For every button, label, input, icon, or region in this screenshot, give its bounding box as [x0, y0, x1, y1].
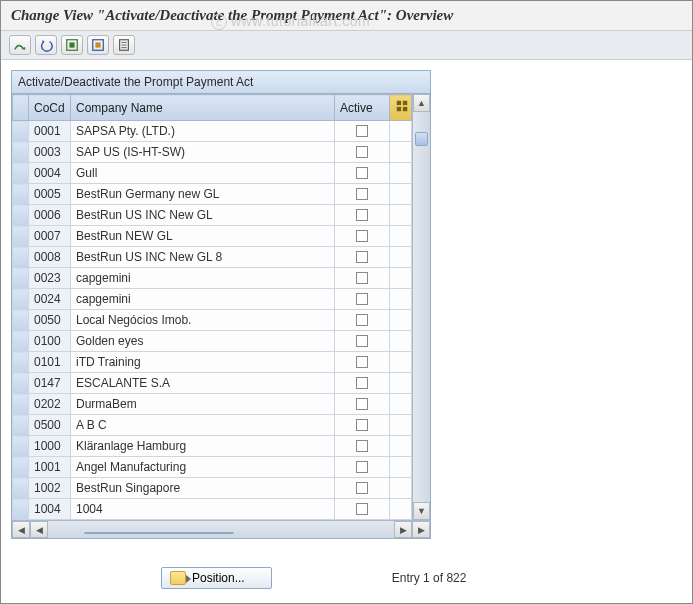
- cell-name[interactable]: ESCALANTE S.A: [71, 373, 335, 394]
- table-row[interactable]: 0004Gull: [13, 163, 412, 184]
- cell-active[interactable]: [335, 226, 390, 247]
- cell-active[interactable]: [335, 289, 390, 310]
- scroll-right2-button[interactable]: ▶: [394, 521, 412, 538]
- cell-name[interactable]: Gull: [71, 163, 335, 184]
- undo-button[interactable]: [35, 35, 57, 55]
- col-header-name[interactable]: Company Name: [71, 95, 335, 121]
- row-selector[interactable]: [13, 478, 29, 499]
- cell-active[interactable]: [335, 268, 390, 289]
- table-row[interactable]: 0001SAPSA Pty. (LTD.): [13, 121, 412, 142]
- checkbox-icon[interactable]: [356, 335, 368, 347]
- checkbox-icon[interactable]: [356, 419, 368, 431]
- cell-active[interactable]: [335, 310, 390, 331]
- table-row[interactable]: 10041004: [13, 499, 412, 520]
- cell-name[interactable]: capgemini: [71, 268, 335, 289]
- scroll-left2-button[interactable]: ◀: [30, 521, 48, 538]
- checkbox-icon[interactable]: [356, 461, 368, 473]
- cell-cocd[interactable]: 0005: [29, 184, 71, 205]
- row-selector[interactable]: [13, 226, 29, 247]
- checkbox-icon[interactable]: [356, 314, 368, 326]
- cell-cocd[interactable]: 0008: [29, 247, 71, 268]
- cell-active[interactable]: [335, 478, 390, 499]
- cell-name[interactable]: BestRun Germany new GL: [71, 184, 335, 205]
- scroll-up-button[interactable]: ▲: [413, 94, 430, 112]
- col-header-cocd[interactable]: CoCd: [29, 95, 71, 121]
- checkbox-icon[interactable]: [356, 482, 368, 494]
- checkbox-icon[interactable]: [356, 251, 368, 263]
- row-selector[interactable]: [13, 394, 29, 415]
- checkbox-icon[interactable]: [356, 230, 368, 242]
- row-selector[interactable]: [13, 499, 29, 520]
- row-selector[interactable]: [13, 331, 29, 352]
- cell-active[interactable]: [335, 247, 390, 268]
- deselect-all-button[interactable]: [87, 35, 109, 55]
- row-selector[interactable]: [13, 457, 29, 478]
- table-row[interactable]: 0003SAP US (IS-HT-SW): [13, 142, 412, 163]
- cell-name[interactable]: Kläranlage Hamburg: [71, 436, 335, 457]
- cell-cocd[interactable]: 0500: [29, 415, 71, 436]
- cell-active[interactable]: [335, 142, 390, 163]
- cell-cocd[interactable]: 1004: [29, 499, 71, 520]
- row-selector[interactable]: [13, 121, 29, 142]
- table-row[interactable]: 0023capgemini: [13, 268, 412, 289]
- row-selector[interactable]: [13, 184, 29, 205]
- cell-name[interactable]: SAP US (IS-HT-SW): [71, 142, 335, 163]
- cell-name[interactable]: capgemini: [71, 289, 335, 310]
- cell-active[interactable]: [335, 205, 390, 226]
- row-selector[interactable]: [13, 142, 29, 163]
- cell-cocd[interactable]: 1002: [29, 478, 71, 499]
- cell-cocd[interactable]: 0006: [29, 205, 71, 226]
- checkbox-icon[interactable]: [356, 272, 368, 284]
- row-selector[interactable]: [13, 352, 29, 373]
- cell-name[interactable]: BestRun NEW GL: [71, 226, 335, 247]
- cell-name[interactable]: Golden eyes: [71, 331, 335, 352]
- cell-cocd[interactable]: 0050: [29, 310, 71, 331]
- cell-cocd[interactable]: 0100: [29, 331, 71, 352]
- col-settings-icon[interactable]: [390, 95, 412, 121]
- cell-name[interactable]: Local Negócios Imob.: [71, 310, 335, 331]
- table-row[interactable]: 0100Golden eyes: [13, 331, 412, 352]
- table-row[interactable]: 0050Local Negócios Imob.: [13, 310, 412, 331]
- row-selector[interactable]: [13, 310, 29, 331]
- hscroll-thumb[interactable]: [84, 532, 234, 534]
- cell-cocd[interactable]: 0101: [29, 352, 71, 373]
- cell-name[interactable]: BestRun US INC New GL: [71, 205, 335, 226]
- row-selector[interactable]: [13, 289, 29, 310]
- cell-name[interactable]: 1004: [71, 499, 335, 520]
- row-selector[interactable]: [13, 163, 29, 184]
- table-row[interactable]: 0500A B C: [13, 415, 412, 436]
- cell-cocd[interactable]: 1000: [29, 436, 71, 457]
- cell-cocd[interactable]: 0147: [29, 373, 71, 394]
- checkbox-icon[interactable]: [356, 377, 368, 389]
- vertical-scrollbar[interactable]: ▲ ▼: [412, 94, 430, 520]
- cell-active[interactable]: [335, 499, 390, 520]
- checkbox-icon[interactable]: [356, 209, 368, 221]
- checkbox-icon[interactable]: [356, 356, 368, 368]
- row-selector[interactable]: [13, 415, 29, 436]
- cell-active[interactable]: [335, 121, 390, 142]
- cell-name[interactable]: iTD Training: [71, 352, 335, 373]
- cell-active[interactable]: [335, 373, 390, 394]
- cell-name[interactable]: SAPSA Pty. (LTD.): [71, 121, 335, 142]
- row-selector[interactable]: [13, 247, 29, 268]
- cell-cocd[interactable]: 0202: [29, 394, 71, 415]
- cell-name[interactable]: A B C: [71, 415, 335, 436]
- cell-cocd[interactable]: 0023: [29, 268, 71, 289]
- horizontal-scrollbar[interactable]: ◀ ◀ ▶ ▶: [12, 520, 430, 538]
- table-row[interactable]: 0202DurmaBem: [13, 394, 412, 415]
- cell-active[interactable]: [335, 436, 390, 457]
- print-button[interactable]: [113, 35, 135, 55]
- row-selector[interactable]: [13, 373, 29, 394]
- table-row[interactable]: 0024capgemini: [13, 289, 412, 310]
- checkbox-icon[interactable]: [356, 167, 368, 179]
- table-row[interactable]: 0101iTD Training: [13, 352, 412, 373]
- checkbox-icon[interactable]: [356, 503, 368, 515]
- other-view-button[interactable]: [9, 35, 31, 55]
- cell-name[interactable]: DurmaBem: [71, 394, 335, 415]
- vscroll-thumb[interactable]: [415, 132, 428, 146]
- row-selector[interactable]: [13, 268, 29, 289]
- table-row[interactable]: 0008BestRun US INC New GL 8: [13, 247, 412, 268]
- checkbox-icon[interactable]: [356, 398, 368, 410]
- scroll-left-button[interactable]: ◀: [12, 521, 30, 538]
- table-row[interactable]: 1002BestRun Singapore: [13, 478, 412, 499]
